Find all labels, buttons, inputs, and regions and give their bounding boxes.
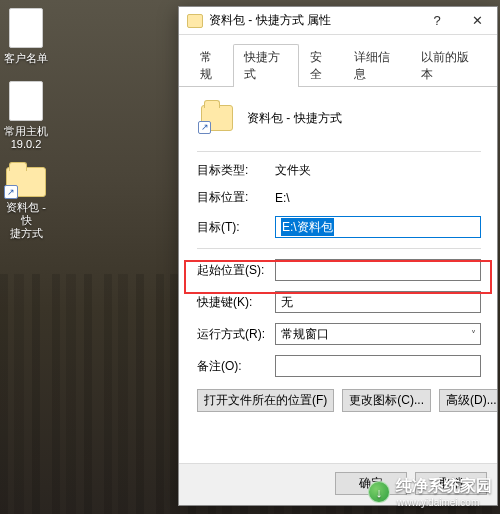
target-type-value: 文件夹 xyxy=(275,162,481,179)
advanced-button[interactable]: 高级(D)... xyxy=(439,389,497,412)
hotkey-value: 无 xyxy=(281,295,293,309)
run-combo-value: 常规窗口 xyxy=(281,326,329,343)
open-file-location-button[interactable]: 打开文件所在的位置(F) xyxy=(197,389,334,412)
close-button[interactable]: ✕ xyxy=(457,7,497,35)
file-icon xyxy=(9,81,43,121)
tab-previous-versions[interactable]: 以前的版本 xyxy=(410,44,487,87)
titlebar-folder-icon xyxy=(187,14,203,28)
item-folder-icon: ↗ xyxy=(201,105,233,131)
comment-label: 备注(O): xyxy=(197,358,275,375)
separator xyxy=(197,248,481,249)
window-title: 资料包 - 快捷方式 属性 xyxy=(209,12,417,29)
chevron-down-icon: ˅ xyxy=(471,329,476,340)
watermark-brand: 纯净系统家园 xyxy=(396,476,492,497)
tab-content: ↗ 资料包 - 快捷方式 目标类型: 文件夹 目标位置: E:\ 目标(T): … xyxy=(179,87,497,463)
separator xyxy=(197,151,481,152)
target-label: 目标(T): xyxy=(197,219,275,236)
watermark-url: www.yidaimei.com xyxy=(397,497,492,508)
download-icon: ↓ xyxy=(368,481,390,503)
hotkey-input[interactable]: 无 xyxy=(275,291,481,313)
shortcut-arrow-icon: ↗ xyxy=(4,185,18,199)
desktop-icon-label: 客户名单 xyxy=(4,52,48,65)
hotkey-label: 快捷键(K): xyxy=(197,294,275,311)
run-combo[interactable]: 常规窗口 ˅ xyxy=(275,323,481,345)
target-location-value: E:\ xyxy=(275,191,481,205)
titlebar[interactable]: 资料包 - 快捷方式 属性 ? ✕ xyxy=(179,7,497,35)
target-location-label: 目标位置: xyxy=(197,189,275,206)
desktop-icons: 客户名单 常用主机 19.0.2 ↗ 资料包 - 快 捷方式 xyxy=(4,0,54,256)
target-type-label: 目标类型: xyxy=(197,162,275,179)
desktop-icon[interactable]: 客户名单 xyxy=(4,8,48,65)
properties-dialog: 资料包 - 快捷方式 属性 ? ✕ 常规 快捷方式 安全 详细信息 以前的版本 … xyxy=(178,6,498,506)
comment-input[interactable] xyxy=(275,355,481,377)
tab-general[interactable]: 常规 xyxy=(189,44,233,87)
shortcut-arrow-icon: ↗ xyxy=(198,121,211,134)
tab-strip: 常规 快捷方式 安全 详细信息 以前的版本 xyxy=(179,35,497,87)
tab-security[interactable]: 安全 xyxy=(299,44,343,87)
target-input[interactable]: E:\资料包 xyxy=(275,216,481,238)
watermark: ↓ 纯净系统家园 www.yidaimei.com xyxy=(368,476,492,508)
desktop-icon-label: 资料包 - 快 捷方式 xyxy=(4,201,48,240)
run-label: 运行方式(R): xyxy=(197,326,275,343)
desktop-icon[interactable]: 常用主机 19.0.2 xyxy=(4,81,48,151)
tab-details[interactable]: 详细信息 xyxy=(343,44,409,87)
start-in-input[interactable] xyxy=(275,259,481,281)
start-in-label: 起始位置(S): xyxy=(197,262,275,279)
tab-shortcut[interactable]: 快捷方式 xyxy=(233,44,299,87)
folder-shortcut-icon: ↗ xyxy=(6,167,46,197)
desktop-icon-label: 常用主机 19.0.2 xyxy=(4,125,48,151)
desktop-icon[interactable]: ↗ 资料包 - 快 捷方式 xyxy=(4,167,48,240)
change-icon-button[interactable]: 更改图标(C)... xyxy=(342,389,431,412)
item-name: 资料包 - 快捷方式 xyxy=(247,110,342,127)
help-button[interactable]: ? xyxy=(417,7,457,35)
file-icon xyxy=(9,8,43,48)
target-input-value: E:\资料包 xyxy=(281,218,334,236)
